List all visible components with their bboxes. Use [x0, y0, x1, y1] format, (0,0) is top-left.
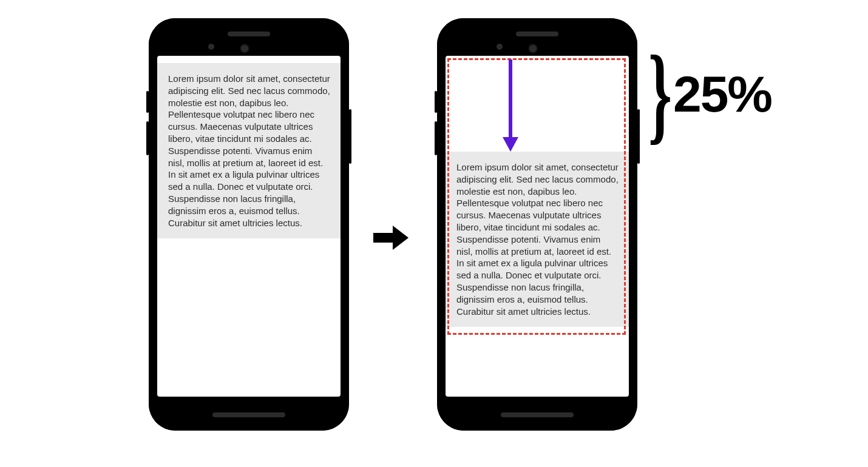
content-text-before: Lorem ipsum dolor sit amet, consectetur …: [157, 63, 341, 238]
phone-screen-after: Lorem ipsum dolor sit amet, consectetur …: [446, 56, 629, 397]
phone-camera: [528, 44, 538, 53]
phone-side-button: [637, 109, 640, 164]
phone-before: Lorem ipsum dolor sit amet, consectetur …: [149, 18, 349, 431]
brace-icon: }: [648, 56, 672, 132]
diagram-stage: Lorem ipsum dolor sit amet, consectetur …: [0, 0, 868, 467]
phone-side-button: [146, 121, 149, 155]
phone-speaker: [516, 32, 558, 36]
phone-chin: [212, 412, 285, 417]
phone-camera: [240, 44, 249, 53]
phone-after: Lorem ipsum dolor sit amet, consectetur …: [437, 18, 637, 431]
svg-marker-0: [373, 226, 409, 250]
phone-side-button: [146, 91, 149, 113]
phone-sensor: [208, 44, 214, 50]
phone-sensor: [497, 44, 503, 50]
phone-side-button: [435, 121, 437, 155]
phone-side-button: [349, 109, 351, 164]
phone-speaker: [228, 32, 270, 36]
phone-side-button: [435, 91, 437, 113]
layout-shift-gap: [446, 56, 629, 152]
transition-arrow-icon: [373, 224, 410, 254]
phone-screen-before: Lorem ipsum dolor sit amet, consectetur …: [157, 56, 341, 397]
phone-chin: [501, 412, 574, 417]
content-text-after: Lorem ipsum dolor sit amet, consectetur …: [446, 152, 629, 327]
shift-percent-label: 25%: [673, 65, 771, 124]
shift-distance-annotation: } 25%: [648, 56, 771, 132]
